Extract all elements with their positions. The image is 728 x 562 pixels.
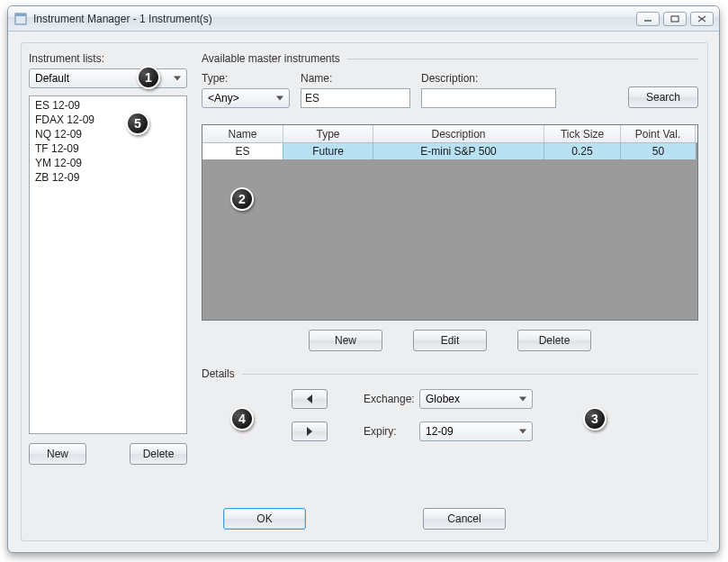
list-item[interactable]: NQ 12-09: [33, 127, 183, 141]
triangle-right-icon: [307, 427, 312, 436]
chevron-down-icon: [519, 397, 526, 402]
details-group: Details Exchange: Globex: [202, 367, 698, 441]
expiry-value: 12-09: [426, 425, 454, 438]
name-label: Name:: [301, 72, 410, 85]
client-area: Instrument lists: Default ES 12-09 FDAX …: [21, 42, 708, 541]
type-value: <Any>: [208, 92, 239, 104]
instrument-lists-label: Instrument lists:: [29, 52, 187, 65]
cell-point-val: 50: [621, 143, 696, 159]
cell-description: E-mini S&P 500: [373, 143, 544, 159]
column-header[interactable]: Point Val.: [621, 125, 696, 142]
table-row[interactable]: ES Future E-mini S&P 500 0.25 50: [202, 143, 697, 159]
type-combo[interactable]: <Any>: [202, 88, 290, 108]
app-icon: [13, 12, 28, 26]
group-label: Details: [202, 367, 235, 380]
grid-header: Name Type Description Tick Size Point Va…: [202, 125, 697, 143]
remove-from-list-button[interactable]: [292, 422, 328, 441]
exchange-combo[interactable]: Globex: [419, 389, 533, 409]
column-header[interactable]: Type: [283, 125, 373, 142]
chevron-down-icon: [519, 430, 526, 434]
chevron-down-icon: [276, 96, 283, 101]
exchange-label: Exchange:: [346, 393, 419, 405]
grid-delete-button[interactable]: Delete: [517, 330, 591, 351]
expiry-combo[interactable]: 12-09: [419, 422, 533, 441]
cancel-button[interactable]: Cancel: [423, 508, 506, 530]
callout-2: 2: [230, 187, 254, 211]
add-to-list-button[interactable]: [292, 389, 328, 409]
list-new-button[interactable]: New: [29, 443, 86, 465]
list-item[interactable]: ZB 12-09: [33, 170, 183, 185]
window-title: Instrument Manager - 1 Instrument(s): [33, 13, 212, 25]
callout-4: 4: [230, 407, 254, 431]
cell-tick-size: 0.25: [544, 143, 621, 159]
ok-button[interactable]: OK: [223, 508, 306, 530]
close-button[interactable]: [690, 12, 714, 26]
list-item[interactable]: ES 12-09: [33, 98, 183, 113]
callout-1: 1: [137, 66, 160, 89]
chevron-down-icon: [174, 77, 181, 81]
exchange-value: Globex: [426, 393, 460, 405]
expiry-label: Expiry:: [346, 425, 419, 438]
name-value: ES: [305, 92, 319, 104]
list-item[interactable]: YM 12-09: [33, 156, 183, 170]
grid-edit-button[interactable]: Edit: [413, 330, 487, 351]
callout-3: 3: [583, 407, 607, 431]
list-item[interactable]: FDAX 12-09: [33, 113, 183, 127]
minimize-button[interactable]: [636, 12, 660, 26]
list-delete-button[interactable]: Delete: [130, 443, 187, 465]
triangle-left-icon: [307, 394, 312, 403]
description-label: Description:: [421, 72, 556, 85]
divider: [242, 374, 698, 375]
instrument-lists-combo[interactable]: Default: [29, 68, 187, 88]
svg-rect-1: [15, 14, 26, 16]
svg-rect-3: [671, 16, 679, 22]
column-header[interactable]: Tick Size: [544, 125, 621, 142]
maximize-button[interactable]: [663, 12, 687, 26]
column-header[interactable]: Description: [373, 125, 544, 142]
results-grid[interactable]: Name Type Description Tick Size Point Va…: [202, 124, 698, 321]
cell-type: Future: [283, 143, 373, 159]
window-frame: Instrument Manager - 1 Instrument(s) Ins…: [7, 5, 720, 553]
cell-name: ES: [202, 143, 283, 159]
column-header[interactable]: Name: [202, 125, 283, 142]
dialog-buttons: OK Cancel: [22, 508, 707, 530]
callout-5: 5: [126, 112, 149, 135]
description-input[interactable]: [421, 88, 556, 108]
search-button[interactable]: Search: [628, 86, 698, 108]
right-pane: Available master instruments Type: <Any>…: [202, 52, 698, 441]
instrument-lists-value: Default: [35, 72, 69, 85]
name-input[interactable]: ES: [301, 88, 410, 108]
divider: [347, 59, 698, 59]
sidebar: Instrument lists: Default ES 12-09 FDAX …: [29, 52, 187, 465]
titlebar: Instrument Manager - 1 Instrument(s): [8, 6, 719, 32]
instrument-listbox[interactable]: ES 12-09 FDAX 12-09 NQ 12-09 TF 12-09 YM…: [29, 95, 187, 434]
list-item[interactable]: TF 12-09: [33, 141, 183, 156]
type-label: Type:: [202, 72, 290, 85]
grid-new-button[interactable]: New: [309, 330, 382, 351]
available-instruments-group: Available master instruments Type: <Any>…: [202, 52, 698, 351]
group-label: Available master instruments: [202, 52, 340, 65]
